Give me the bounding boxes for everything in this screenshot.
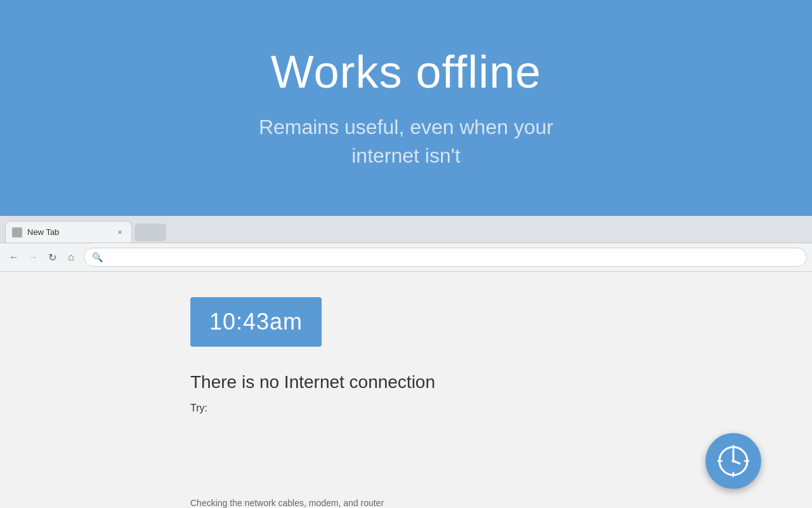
search-icon: 🔍 (92, 252, 103, 262)
hero-subtitle: Remains useful, even when your internet … (259, 113, 553, 170)
browser-chrome: New Tab × ← → ↻ ⌂ 🔍 (0, 216, 812, 272)
reload-button[interactable]: ↻ (43, 248, 61, 266)
error-try-label: Try: (190, 403, 207, 414)
nav-bar: ← → ↻ ⌂ 🔍 (0, 243, 812, 272)
hero-subtitle-line2: internet isn't (351, 144, 461, 167)
home-button[interactable]: ⌂ (62, 248, 80, 266)
clock-icon (717, 444, 750, 478)
svg-point-3 (732, 460, 735, 463)
back-button[interactable]: ← (5, 248, 23, 266)
error-detail: Checking the network cables, modem, and … (190, 498, 384, 508)
address-bar[interactable]: 🔍 (84, 248, 807, 267)
fab-button[interactable] (705, 433, 761, 489)
hero-section: Works offline Remains useful, even when … (0, 0, 812, 216)
time-tile: 10:43am (190, 297, 322, 347)
tab-close-button[interactable]: × (115, 227, 125, 237)
browser-content: 10:43am There is no Internet connection … (0, 272, 812, 508)
tab-favicon (12, 227, 22, 237)
tab-bar: New Tab × (0, 216, 812, 243)
hero-subtitle-line1: Remains useful, even when your (259, 116, 553, 138)
hero-title: Works offline (271, 46, 542, 98)
new-tab-button[interactable] (134, 224, 166, 241)
forward-button[interactable]: → (24, 248, 42, 266)
error-heading: There is no Internet connection (190, 372, 435, 392)
tab-label: New Tab (27, 227, 111, 237)
browser-tab[interactable]: New Tab × (5, 221, 132, 243)
